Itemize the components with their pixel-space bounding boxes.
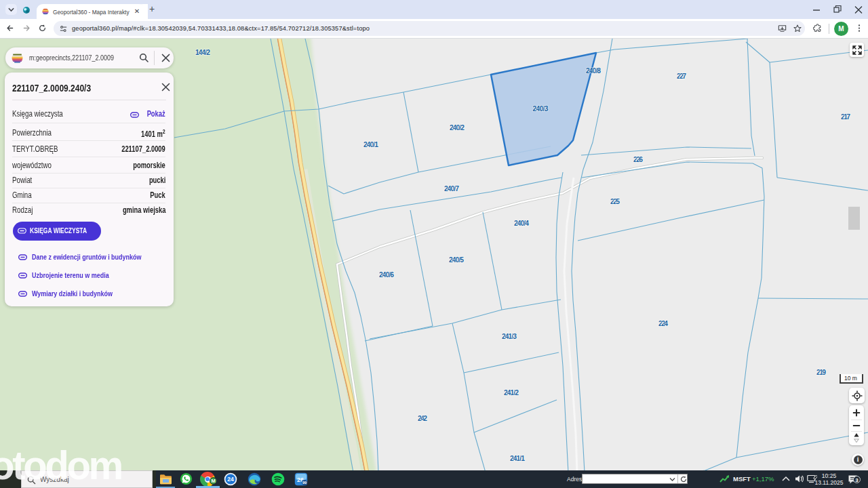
svg-text:226: 226 <box>633 156 643 163</box>
svg-text:242: 242 <box>418 415 427 422</box>
svg-text:225: 225 <box>610 198 620 205</box>
svg-text:240/3: 240/3 <box>533 105 549 113</box>
svg-text:241/2: 241/2 <box>504 389 519 396</box>
svg-text:240/5: 240/5 <box>449 256 464 264</box>
svg-text:240/2: 240/2 <box>450 124 465 131</box>
svg-text:241/3: 241/3 <box>502 333 517 340</box>
svg-text:240/8: 240/8 <box>586 67 601 75</box>
svg-text:224: 224 <box>658 320 668 327</box>
svg-text:240/7: 240/7 <box>444 185 459 192</box>
svg-text:219: 219 <box>816 369 826 376</box>
svg-text:217: 217 <box>841 113 850 121</box>
svg-text:227: 227 <box>677 73 686 80</box>
svg-text:99: 99 <box>302 481 307 485</box>
svg-text:240/4: 240/4 <box>514 220 529 227</box>
svg-text:241/1: 241/1 <box>510 455 525 462</box>
svg-text:24: 24 <box>227 476 234 483</box>
svg-text:240/1: 240/1 <box>363 141 378 148</box>
svg-text:240/6: 240/6 <box>379 271 394 279</box>
svg-text:144/2: 144/2 <box>195 49 210 56</box>
